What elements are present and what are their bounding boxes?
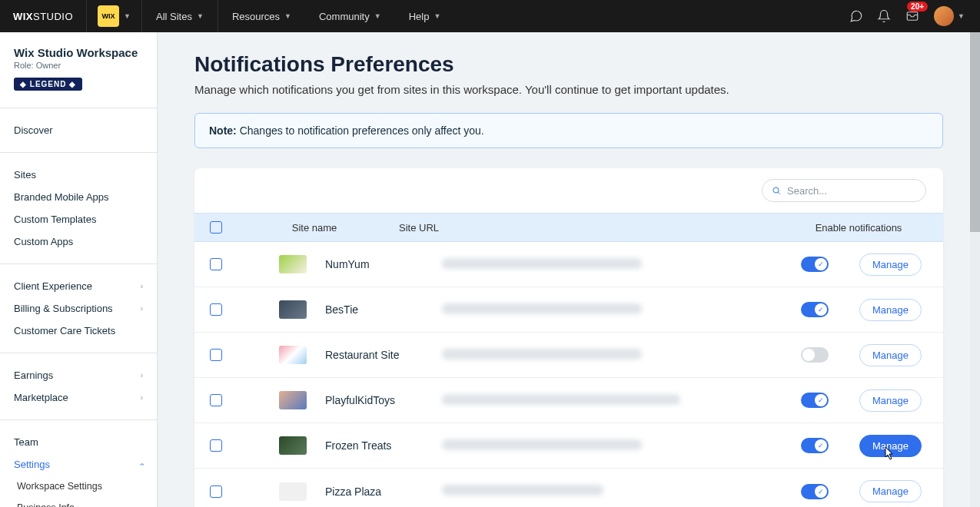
row-check (194, 258, 238, 270)
enable-toggle[interactable]: ✓ (801, 302, 829, 317)
url-cell (434, 258, 774, 271)
sidebar-item-marketplace[interactable]: Marketplace› (0, 386, 157, 409)
divider (0, 353, 157, 353)
sidebar-item-custom-apps[interactable]: Custom Apps (0, 230, 157, 253)
sidebar-item-discover[interactable]: Discover (0, 119, 157, 141)
divider (0, 419, 157, 420)
nav-help[interactable]: Help▼ (395, 0, 455, 32)
sites-card: Site name Site URL Enable notifications … (194, 168, 943, 507)
site-name: BesTie (325, 303, 358, 316)
sidebar-item-business-info[interactable]: Business Info (0, 497, 157, 507)
sidebar-item-tickets[interactable]: Customer Care Tickets (0, 320, 157, 342)
col-site-name: Site name (238, 222, 391, 234)
sidebar-item-label: Custom Templates (14, 214, 96, 225)
row-checkbox[interactable] (210, 485, 222, 498)
svg-rect-0 (907, 12, 918, 21)
url-cell (434, 394, 774, 407)
site-thumbnail (279, 482, 307, 501)
site-url (442, 303, 642, 314)
nav-label: Community (319, 11, 370, 22)
page-title: Notifications Preferences (194, 52, 943, 77)
bell-icon[interactable] (877, 9, 891, 23)
table-row: PlayfulKidToys✓Manage (194, 378, 943, 423)
chat-icon[interactable] (849, 9, 863, 23)
table-row: Pizza Plaza✓Manage (194, 469, 943, 507)
chevron-down-icon: ▼ (434, 12, 440, 20)
inbox-icon[interactable]: 20+ (905, 9, 920, 23)
select-all-checkbox[interactable] (210, 221, 222, 234)
logo[interactable]: WIXSTUDIO (0, 0, 87, 32)
url-cell (434, 303, 774, 316)
toggle-knob (802, 349, 815, 361)
sidebar-item-billing[interactable]: Billing & Subscriptions› (0, 297, 157, 320)
logo-text-a: WIX (13, 11, 33, 22)
site-thumbnail (279, 346, 307, 364)
sidebar-item-label: Client Experience (14, 280, 92, 292)
row-checkbox[interactable] (210, 394, 222, 406)
site-name: NumYum (325, 258, 370, 270)
svg-point-1 (773, 187, 779, 193)
sidebar-item-label: Discover (14, 124, 53, 136)
enable-toggle[interactable] (801, 347, 829, 363)
workspace-title: Wix Studio Workspace (14, 46, 143, 59)
sidebar-item-label: Earnings (14, 369, 53, 381)
search-field[interactable] (787, 185, 916, 197)
sidebar-item-workspace-settings[interactable]: Workspace Settings (0, 476, 157, 497)
chevron-right-icon: › (141, 371, 143, 379)
enable-toggle[interactable]: ✓ (801, 484, 829, 499)
toggle-knob: ✓ (815, 485, 827, 498)
row-checkbox[interactable] (210, 439, 222, 452)
site-name: PlayfulKidToys (325, 394, 395, 406)
sidebar-item-settings[interactable]: Settings› (0, 453, 157, 476)
url-cell (434, 485, 774, 498)
account-menu[interactable]: ▼ (934, 6, 965, 26)
row-check (194, 303, 238, 316)
site-url (442, 394, 680, 405)
enable-toggle[interactable]: ✓ (801, 393, 829, 408)
chevron-down-icon: ▼ (284, 12, 291, 20)
name-cell: NumYum (238, 255, 434, 273)
divider (0, 263, 157, 264)
col-enable: Enable notifications (774, 222, 943, 234)
sidebar: Wix Studio Workspace Role: Owner ◆ LEGEN… (0, 32, 158, 507)
manage-button[interactable]: Manage (859, 389, 922, 412)
sidebar-item-templates[interactable]: Custom Templates (0, 208, 157, 230)
row-checkbox[interactable] (210, 303, 222, 316)
workspace-role: Role: Owner (14, 61, 143, 70)
manage-button[interactable]: Manage (859, 344, 922, 366)
name-cell: Frozen Treats (238, 436, 434, 455)
nav-all-sites[interactable]: All Sites▼ (142, 0, 218, 32)
page-subtitle: Manage which notifications you get from … (194, 83, 943, 96)
table-row: BesTie✓Manage (194, 287, 943, 333)
manage-button[interactable]: Manage (859, 299, 922, 321)
name-cell: Restaurant Site (238, 346, 434, 364)
nav-label: All Sites (156, 11, 192, 22)
name-cell: BesTie (238, 300, 434, 319)
manage-button[interactable]: Manage (859, 254, 922, 276)
sidebar-item-team[interactable]: Team (0, 431, 157, 453)
nav-resources[interactable]: Resources▼ (218, 0, 305, 32)
enable-toggle[interactable]: ✓ (801, 257, 829, 272)
enable-cell: Manage (774, 344, 943, 366)
nav-community[interactable]: Community▼ (305, 0, 395, 32)
workspace-switcher[interactable]: WIX ▼ (87, 0, 142, 32)
top-bar: WIXSTUDIO WIX ▼ All Sites▼ Resources▼ Co… (0, 0, 980, 32)
manage-button[interactable]: Manage (859, 480, 922, 502)
row-checkbox[interactable] (210, 349, 222, 361)
site-name: Frozen Treats (325, 439, 391, 452)
col-check (194, 221, 238, 234)
sidebar-item-sites[interactable]: Sites (0, 164, 157, 186)
row-checkbox[interactable] (210, 258, 222, 270)
sidebar-item-branded-apps[interactable]: Branded Mobile Apps (0, 186, 157, 208)
nav-label: Resources (232, 11, 280, 22)
scrollbar[interactable] (970, 32, 980, 507)
note-text: Changes to notification preferences only… (237, 124, 484, 137)
manage-button[interactable]: Manage (859, 435, 922, 457)
sidebar-item-label: Business Info (17, 502, 75, 507)
sidebar-item-earnings[interactable]: Earnings› (0, 364, 157, 386)
sidebar-item-client-experience[interactable]: Client Experience› (0, 275, 157, 297)
scrollbar-thumb[interactable] (970, 32, 980, 232)
search-input[interactable] (762, 179, 926, 202)
sidebar-item-label: Workspace Settings (17, 481, 102, 492)
enable-toggle[interactable]: ✓ (801, 438, 829, 453)
